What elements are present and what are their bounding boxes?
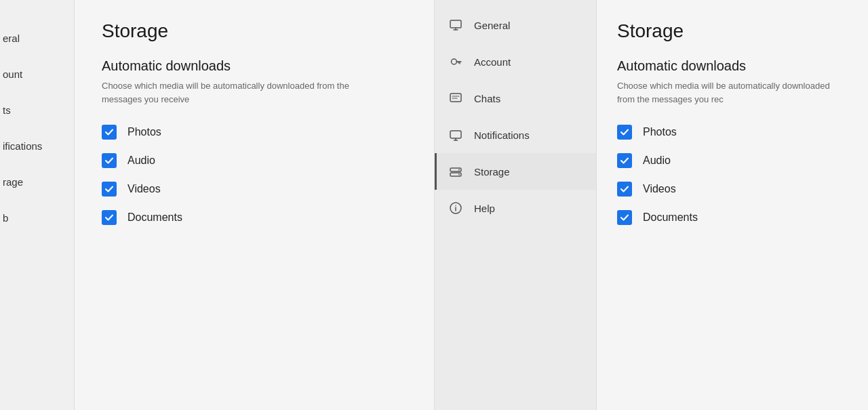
check-icon bbox=[104, 184, 114, 194]
svg-rect-0 bbox=[450, 20, 461, 28]
photos-label: Photos bbox=[127, 126, 161, 138]
right-page-title: Storage bbox=[617, 20, 848, 42]
audio-checkbox[interactable] bbox=[102, 153, 117, 168]
svg-point-19 bbox=[455, 205, 456, 207]
svg-rect-7 bbox=[450, 94, 461, 102]
audio-checkbox-item: Audio bbox=[102, 153, 407, 168]
nav-label-account: Account bbox=[474, 56, 511, 68]
right-audio-checkbox-item: Audio bbox=[617, 153, 848, 168]
check-icon bbox=[104, 156, 114, 165]
nav-item-account[interactable]: Account bbox=[435, 43, 596, 80]
right-section-title: Automatic downloads bbox=[617, 58, 848, 74]
check-icon bbox=[620, 213, 629, 222]
nav-item-general[interactable]: General bbox=[435, 7, 596, 43]
section-description: Choose which media will be automatically… bbox=[102, 79, 359, 106]
right-videos-label: Videos bbox=[643, 183, 676, 195]
documents-label: Documents bbox=[127, 211, 182, 224]
sidebar-item-notifications[interactable]: ifications bbox=[0, 128, 74, 164]
nav-label-chats: Chats bbox=[474, 93, 500, 104]
section-title: Automatic downloads bbox=[102, 58, 407, 74]
nav-item-storage[interactable]: Storage bbox=[435, 153, 596, 190]
bell-icon bbox=[448, 127, 463, 142]
monitor-icon bbox=[448, 18, 463, 33]
right-audio-checkbox[interactable] bbox=[617, 153, 632, 168]
audio-label: Audio bbox=[127, 155, 155, 167]
nav-label-notifications: Notifications bbox=[474, 129, 530, 141]
documents-checkbox[interactable] bbox=[102, 210, 117, 225]
nav-item-chats[interactable]: Chats bbox=[435, 80, 596, 117]
check-icon bbox=[620, 127, 629, 137]
info-icon bbox=[448, 201, 463, 216]
page-title: Storage bbox=[102, 20, 407, 42]
videos-checkbox[interactable] bbox=[102, 182, 117, 197]
right-photos-checkbox-item: Photos bbox=[617, 125, 848, 140]
chat-icon bbox=[448, 91, 463, 106]
check-icon bbox=[620, 156, 629, 165]
right-documents-checkbox-item: Documents bbox=[617, 210, 848, 225]
svg-point-16 bbox=[458, 174, 460, 176]
storage-icon bbox=[448, 164, 463, 179]
nav-label-help: Help bbox=[474, 203, 495, 214]
nav-label-storage: Storage bbox=[474, 166, 510, 178]
nav-item-help[interactable]: Help bbox=[435, 190, 596, 226]
svg-point-15 bbox=[458, 169, 460, 171]
right-section-description: Choose which media will be automatically… bbox=[617, 79, 834, 106]
svg-rect-10 bbox=[450, 131, 461, 138]
nav-label-general: General bbox=[474, 20, 510, 31]
right-photos-checkbox[interactable] bbox=[617, 125, 632, 140]
sidebar-item-storage[interactable]: rage bbox=[0, 164, 74, 200]
left-nav-panel: eral ount ts ifications rage b bbox=[0, 0, 75, 410]
photos-checkbox[interactable] bbox=[102, 125, 117, 140]
nav-item-notifications[interactable]: Notifications bbox=[435, 117, 596, 153]
sidebar-item-notifications-partial[interactable]: ts bbox=[0, 92, 74, 128]
sidebar-item-help[interactable]: b bbox=[0, 200, 74, 236]
middle-nav-panel: General Account Chats bbox=[434, 0, 597, 410]
sidebar-item-account[interactable]: ount bbox=[0, 56, 74, 92]
right-videos-checkbox-item: Videos bbox=[617, 182, 848, 197]
right-documents-checkbox[interactable] bbox=[617, 210, 632, 225]
check-icon bbox=[620, 184, 629, 194]
key-icon bbox=[448, 54, 463, 69]
videos-label: Videos bbox=[127, 183, 161, 195]
right-photos-label: Photos bbox=[643, 126, 677, 138]
check-icon bbox=[104, 127, 114, 137]
main-storage-panel: Storage Automatic downloads Choose which… bbox=[75, 0, 434, 410]
documents-checkbox-item: Documents bbox=[102, 210, 407, 225]
check-icon bbox=[104, 213, 114, 222]
photos-checkbox-item: Photos bbox=[102, 125, 407, 140]
right-videos-checkbox[interactable] bbox=[617, 182, 632, 197]
right-storage-panel: Storage Automatic downloads Choose which… bbox=[597, 0, 868, 410]
videos-checkbox-item: Videos bbox=[102, 182, 407, 197]
sidebar-item-general[interactable]: eral bbox=[0, 20, 74, 56]
right-documents-label: Documents bbox=[643, 211, 698, 224]
right-audio-label: Audio bbox=[643, 155, 671, 167]
